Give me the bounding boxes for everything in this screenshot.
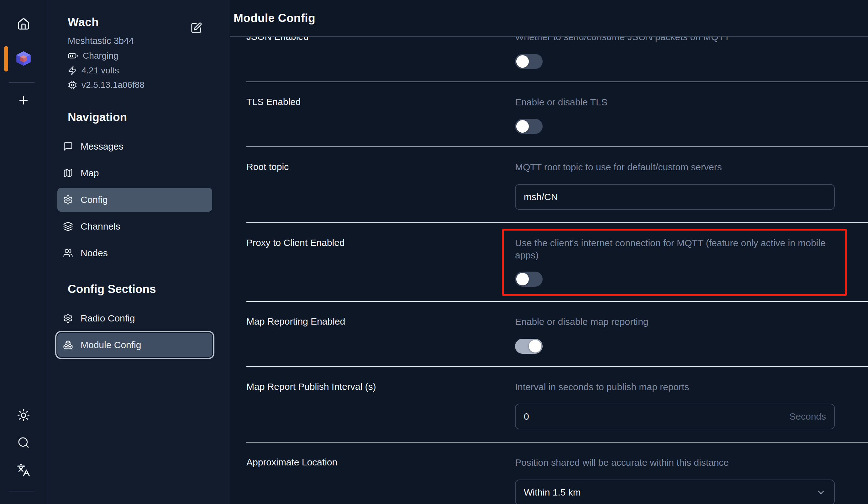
sidebar-item-label: Map: [81, 168, 99, 179]
setting-description: Whether to send/consume JSON packets on …: [515, 37, 835, 43]
search-icon: [17, 436, 30, 449]
device-button[interactable]: [0, 50, 47, 67]
chevron-down-icon: [816, 487, 826, 497]
sidebar-item-label: Module Config: [81, 340, 141, 350]
input-value: msh/CN: [524, 192, 558, 202]
setting-description: MQTT root topic to use for default/custo…: [515, 161, 835, 173]
config-sections-list: Radio Config Module Config: [47, 306, 230, 357]
users-icon: [63, 248, 73, 258]
setting-description: Position shared will be accurate within …: [515, 456, 835, 469]
layers-icon: [63, 221, 73, 231]
battery-status-row: Charging: [68, 50, 230, 61]
setting-row-root-topic: Root topic MQTT root topic to use for de…: [246, 147, 868, 223]
setting-label: Approximate Location: [246, 456, 515, 467]
map-icon: [63, 168, 73, 178]
battery-status: Charging: [83, 51, 118, 61]
device-firmware: Meshtastic 3b44: [68, 36, 230, 46]
sidebar-item-module-config[interactable]: Module Config: [58, 333, 212, 357]
proxy-to-client-toggle[interactable]: [515, 272, 542, 287]
setting-row-tls-enabled: TLS Enabled Enable or disable TLS: [246, 82, 868, 148]
language-button[interactable]: [0, 463, 47, 477]
setting-label: Proxy to Client Enabled: [246, 237, 515, 248]
device-version: v2.5.13.1a06f88: [82, 80, 145, 90]
toggle-knob: [516, 120, 529, 133]
setting-label: Map Report Publish Interval (s): [246, 381, 515, 392]
setting-description: Use the client's internet connection for…: [515, 237, 834, 262]
sun-icon: [17, 409, 30, 422]
setting-label: Map Reporting Enabled: [246, 315, 515, 327]
map-report-interval-input[interactable]: 0 Seconds: [515, 404, 835, 429]
setting-label: Root topic: [246, 161, 515, 172]
setting-label: TLS Enabled: [246, 96, 515, 107]
sidebar-item-channels[interactable]: Channels: [58, 214, 212, 238]
sidebar-item-label: Radio Config: [81, 313, 135, 324]
toggle-knob: [516, 55, 529, 68]
sidebar-item-nodes[interactable]: Nodes: [58, 241, 212, 265]
message-square-icon: [63, 141, 73, 151]
voltage-row: 4.21 volts: [68, 65, 230, 75]
toggle-knob: [529, 340, 541, 353]
rail-divider: [9, 82, 34, 83]
setting-description: Enable or disable TLS: [515, 96, 835, 109]
root-topic-input[interactable]: msh/CN: [515, 184, 835, 210]
setting-description: Interval in seconds to publish map repor…: [515, 381, 835, 393]
sidebar-item-label: Channels: [81, 221, 120, 232]
setting-row-proxy-to-client: Proxy to Client Enabled Use the client's…: [246, 223, 868, 302]
red-highlight-box: Use the client's internet connection for…: [502, 229, 847, 296]
edit-device-button[interactable]: [190, 22, 202, 34]
sidebar-item-radio-config[interactable]: Radio Config: [58, 306, 212, 330]
sidebar-item-label: Messages: [81, 141, 124, 152]
main-panel: Module Config JSON Enabled Whether to se…: [230, 0, 868, 504]
theme-toggle-button[interactable]: [0, 409, 47, 422]
setting-label: JSON Enabled: [246, 37, 515, 42]
home-button[interactable]: [0, 18, 47, 31]
sidebar-item-map[interactable]: Map: [58, 161, 212, 185]
navigation-list: Messages Map Config Channels: [47, 134, 230, 265]
battery-charging-icon: [68, 50, 79, 61]
settings-list: JSON Enabled Whether to send/consume JSO…: [230, 37, 868, 504]
map-reporting-toggle[interactable]: [515, 339, 542, 354]
boxes-icon: [63, 340, 73, 350]
cube-logo-icon: [16, 50, 32, 67]
sidebar-item-label: Nodes: [81, 248, 108, 259]
setting-row-approximate-location: Approximate Location Position shared wil…: [246, 443, 868, 504]
add-device-button[interactable]: [0, 94, 47, 107]
input-suffix: Seconds: [789, 411, 826, 422]
json-enabled-toggle[interactable]: [515, 54, 542, 69]
device-info: Wach Meshtastic 3b44 Charging 4.21 volts: [47, 0, 230, 90]
sidebar-item-config[interactable]: Config: [58, 188, 212, 212]
translate-icon: [17, 463, 30, 477]
select-value: Within 1.5 km: [524, 487, 581, 498]
tls-enabled-toggle[interactable]: [515, 119, 542, 134]
setting-row-map-report-interval: Map Report Publish Interval (s) Interval…: [246, 367, 868, 443]
toggle-knob: [516, 273, 529, 285]
input-value: 0: [524, 411, 529, 422]
config-sections-heading: Config Sections: [47, 283, 230, 296]
bolt-icon: [68, 66, 77, 75]
cpu-icon: [68, 80, 77, 90]
home-icon: [17, 18, 30, 31]
plus-icon: [17, 94, 30, 107]
gear-icon: [63, 195, 73, 205]
setting-row-map-reporting: Map Reporting Enabled Enable or disable …: [246, 302, 868, 367]
search-button[interactable]: [0, 436, 47, 449]
rail-divider: [9, 491, 34, 492]
device-name: Wach: [68, 16, 230, 29]
version-row: v2.5.13.1a06f88: [68, 80, 230, 90]
setting-row-json-enabled: JSON Enabled Whether to send/consume JSO…: [246, 37, 868, 82]
approximate-location-select[interactable]: Within 1.5 km: [515, 480, 835, 504]
sidebar-item-messages[interactable]: Messages: [58, 134, 212, 158]
icon-rail: [0, 0, 47, 504]
sidebar: Wach Meshtastic 3b44 Charging 4.21 volts: [47, 0, 230, 504]
page-title: Module Config: [234, 12, 316, 25]
setting-description: Enable or disable map reporting: [515, 315, 835, 328]
navigation-heading: Navigation: [47, 111, 230, 124]
main-header: Module Config: [230, 0, 868, 37]
edit-icon: [190, 22, 202, 34]
sidebar-item-label: Config: [81, 194, 108, 205]
gear-icon: [63, 313, 73, 323]
device-voltage: 4.21 volts: [82, 65, 119, 75]
